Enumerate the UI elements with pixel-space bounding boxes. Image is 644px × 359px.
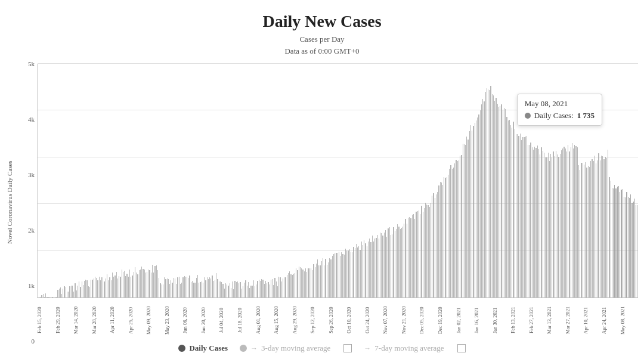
bar — [358, 246, 359, 298]
bar — [467, 140, 468, 298]
bar — [541, 147, 541, 298]
bar — [153, 273, 154, 298]
bar — [601, 156, 602, 298]
bar — [174, 278, 174, 298]
bar — [571, 147, 571, 298]
bar — [106, 278, 106, 298]
bar — [473, 126, 473, 298]
bar — [249, 288, 250, 298]
bar — [432, 196, 432, 298]
bar — [268, 282, 268, 298]
x-tick-label: Jan 02, 2021 — [456, 299, 475, 341]
bar — [481, 104, 482, 298]
bar — [590, 161, 591, 298]
bar — [421, 206, 422, 298]
bar — [177, 277, 178, 298]
bar — [602, 156, 603, 298]
bar — [562, 148, 563, 298]
bar — [49, 297, 50, 298]
chart-plot: May 08, 2021 Daily Cases: 1 735 — [37, 64, 638, 298]
bar — [549, 161, 550, 298]
bar — [336, 253, 336, 298]
bar — [73, 292, 74, 298]
bar — [135, 267, 135, 298]
bar — [445, 178, 445, 298]
bar — [302, 270, 303, 298]
bar — [461, 155, 462, 298]
bar — [368, 242, 369, 298]
x-tick-label: Dec 05, 2020 — [419, 299, 438, 341]
bar — [324, 265, 324, 298]
bar — [444, 177, 444, 298]
bars-container — [38, 64, 638, 298]
bar — [505, 109, 506, 298]
bar — [573, 148, 574, 298]
legend-3day-checkbox[interactable] — [343, 344, 352, 352]
bar — [295, 273, 295, 298]
bar — [164, 277, 165, 298]
bar — [66, 287, 66, 298]
bar — [283, 278, 283, 298]
x-tick-label: May 08, 2021 — [620, 299, 639, 341]
bar — [550, 154, 551, 298]
bar — [163, 284, 163, 298]
bar — [606, 158, 607, 298]
bar — [560, 154, 561, 298]
bar — [346, 250, 347, 298]
bar — [384, 233, 385, 298]
bar — [535, 148, 536, 298]
y-tick-label: 5k — [28, 60, 35, 67]
bar — [252, 286, 253, 298]
bar — [617, 187, 618, 298]
bar — [425, 203, 426, 298]
bar — [328, 262, 329, 298]
bar — [148, 270, 148, 298]
bar — [184, 276, 185, 298]
bar — [271, 280, 271, 298]
legend-dot-light-icon — [240, 345, 247, 352]
bar — [388, 228, 388, 298]
y-labels: 5k4k3k2k1k0 — [16, 64, 37, 341]
x-tick-label: Nov 21, 2020 — [401, 299, 420, 341]
bar — [465, 145, 466, 298]
bar — [92, 280, 92, 298]
bar — [629, 198, 630, 298]
bar — [219, 281, 219, 298]
bar — [449, 169, 450, 298]
bar — [340, 256, 340, 298]
x-tick-label: Aug 29, 2020 — [292, 299, 311, 341]
bar — [84, 281, 85, 298]
bar — [376, 238, 376, 298]
bar — [489, 90, 490, 298]
bar — [63, 289, 63, 298]
bar — [124, 271, 125, 298]
bar — [104, 281, 104, 298]
bar — [615, 188, 616, 298]
bar — [88, 286, 89, 298]
bar — [335, 253, 335, 298]
bar — [267, 283, 267, 298]
bar — [182, 277, 183, 298]
bar — [597, 160, 597, 298]
bar — [216, 273, 216, 298]
bar — [203, 283, 203, 298]
bar — [548, 153, 549, 298]
bar — [225, 283, 226, 298]
bar — [228, 286, 228, 298]
bar — [299, 267, 299, 298]
x-tick-label: Jun 20, 2020 — [201, 299, 219, 341]
y-axis-label: Novel Coronavirus Daily Cases — [6, 64, 13, 341]
x-tick-label: Aug 15, 2020 — [274, 299, 292, 341]
bar — [626, 192, 627, 298]
bar — [400, 229, 401, 298]
bar — [524, 137, 524, 298]
bar — [270, 284, 270, 298]
bar — [108, 280, 109, 298]
bar — [131, 277, 131, 298]
legend-7day-checkbox[interactable] — [457, 344, 466, 352]
legend-7day-avg: → 7-day moving average — [364, 343, 444, 353]
bar — [97, 280, 98, 298]
bar — [317, 259, 318, 298]
bar — [469, 131, 470, 298]
bar — [345, 249, 346, 298]
